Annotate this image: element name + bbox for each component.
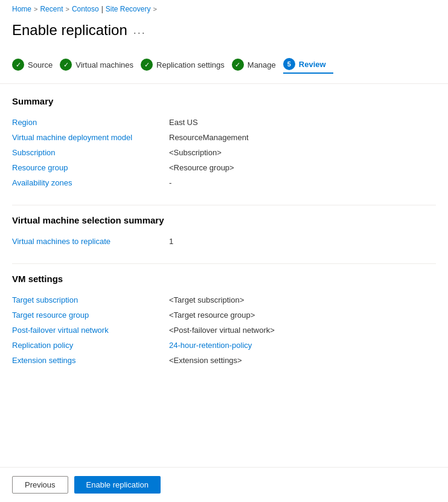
step-source-check-icon: ✓ (12, 59, 24, 71)
step-rep-settings-check-icon: ✓ (141, 59, 153, 71)
step-vms-check-icon: ✓ (60, 59, 72, 71)
step-manage[interactable]: ✓ Manage (232, 56, 283, 73)
content-sections: Summary Region East US Virtual machine d… (12, 96, 436, 425)
vm-settings-label-vnet[interactable]: Post-failover virtual network (12, 323, 169, 338)
summary-header: Summary (12, 96, 436, 106)
vm-settings-header: VM settings (12, 274, 436, 284)
step-virtual-machines[interactable]: ✓ Virtual machines (60, 56, 141, 73)
step-vms-label: Virtual machines (75, 60, 133, 69)
summary-label-availability-zones[interactable]: Availability zones (12, 175, 169, 190)
bottom-bar: Previous Enable replication (0, 467, 448, 502)
step-review[interactable]: 5 Review (283, 56, 333, 74)
breadcrumb-sep-1: > (34, 5, 37, 13)
step-rep-settings-label: Replication settings (156, 60, 225, 69)
step-review-label: Review (299, 60, 326, 69)
step-manage-check-icon: ✓ (232, 59, 244, 71)
page-title-menu-icon[interactable]: ... (133, 24, 146, 37)
vm-settings-label-ext-settings[interactable]: Extension settings (12, 353, 169, 368)
summary-value-availability-zones: - (169, 175, 436, 190)
vm-selection-value-count: 1 (169, 234, 436, 249)
vm-settings-value-ext-settings: <Extension settings> (169, 353, 436, 368)
breadcrumb-home[interactable]: Home (12, 5, 31, 13)
breadcrumb-site-recovery[interactable]: Site Recovery (106, 5, 151, 13)
breadcrumb-recent[interactable]: Recent (40, 5, 63, 13)
previous-button[interactable]: Previous (12, 476, 68, 494)
breadcrumb-sep-3: > (153, 5, 156, 13)
vm-selection-label-count[interactable]: Virtual machines to replicate (12, 234, 169, 249)
summary-label-region[interactable]: Region (12, 115, 169, 130)
vm-settings-section: VM settings Target subscription <Target … (12, 274, 436, 368)
page-title-bar: Enable replication ... (0, 18, 448, 48)
summary-section: Summary Region East US Virtual machine d… (12, 96, 436, 190)
breadcrumb-pipe: | (101, 5, 103, 13)
step-source-label: Source (28, 60, 53, 69)
vm-settings-table: Target subscription <Target subscription… (12, 292, 436, 368)
vm-settings-label-target-rg[interactable]: Target resource group (12, 307, 169, 323)
breadcrumb: Home > Recent > Contoso | Site Recovery … (0, 0, 448, 18)
breadcrumb-contoso[interactable]: Contoso (72, 5, 99, 13)
breadcrumb-sep-2: > (65, 5, 69, 13)
summary-label-resource-group[interactable]: Resource group (12, 160, 169, 175)
divider-1 (12, 205, 436, 205)
summary-value-resource-group: <Resource group> (169, 160, 436, 175)
vm-selection-header: Virtual machine selection summary (12, 215, 436, 225)
step-manage-label: Manage (248, 60, 276, 69)
summary-table: Region East US Virtual machine deploymen… (12, 115, 436, 190)
summary-value-deployment-model: ResourceManagement (169, 130, 436, 145)
vm-selection-section: Virtual machine selection summary Virtua… (12, 215, 436, 249)
wizard-steps: ✓ Source ✓ Virtual machines ✓ Replicatio… (0, 48, 448, 84)
summary-value-subscription: <Subscription> (169, 145, 436, 160)
summary-value-region: East US (169, 115, 436, 130)
vm-settings-label-target-sub[interactable]: Target subscription (12, 292, 169, 307)
divider-2 (12, 263, 436, 264)
page-title: Enable replication (12, 22, 127, 39)
step-source[interactable]: ✓ Source (12, 56, 60, 73)
step-review-number-icon: 5 (283, 58, 295, 70)
summary-label-subscription[interactable]: Subscription (12, 145, 169, 160)
summary-label-deployment-model[interactable]: Virtual machine deployment model (12, 130, 169, 145)
vm-settings-label-rep-policy[interactable]: Replication policy (12, 338, 169, 353)
vm-settings-value-target-sub: <Target subscription> (169, 292, 436, 307)
vm-settings-value-target-rg: <Target resource group> (169, 307, 436, 323)
enable-replication-button[interactable]: Enable replication (74, 476, 161, 494)
step-replication-settings[interactable]: ✓ Replication settings (141, 56, 232, 73)
vm-selection-table: Virtual machines to replicate 1 (12, 234, 436, 249)
vm-settings-value-rep-policy[interactable]: 24-hour-retention-policy (169, 338, 436, 353)
vm-settings-value-vnet: <Post-failover virtual network> (169, 323, 436, 338)
content-area: Summary Region East US Virtual machine d… (0, 96, 448, 437)
